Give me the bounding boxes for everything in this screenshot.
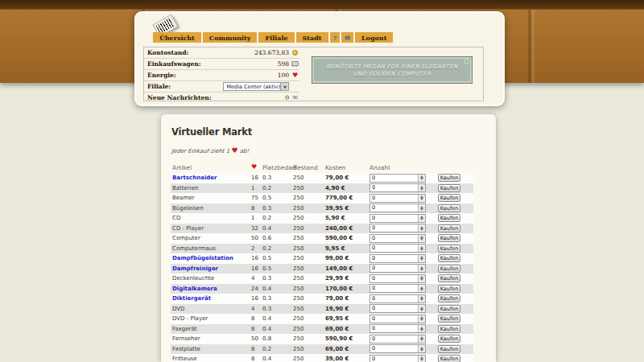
quantity-input[interactable]: 0 [369, 284, 426, 293]
item-link[interactable]: Dampfreiniger [172, 265, 218, 272]
table-row: Festplatte80.225069,00 €0Kaufen [171, 344, 473, 355]
quantity-stepper[interactable] [418, 325, 425, 332]
quantity-stepper[interactable] [418, 195, 425, 202]
quantity-input[interactable]: 0 [369, 204, 426, 212]
item-name: CD [171, 215, 251, 221]
item-name[interactable]: Dampfbügelstation [171, 255, 251, 261]
quantity-input[interactable]: 0 [369, 324, 426, 333]
nav-item-filiale[interactable]: Filiale [258, 32, 294, 43]
item-name[interactable]: Dampfreiniger [171, 265, 251, 272]
quantity-stepper[interactable] [418, 215, 425, 222]
kaufen-button[interactable]: Kaufen [438, 315, 460, 323]
item-link[interactable]: Dampfbügelstation [172, 255, 233, 261]
kaufen-button[interactable]: Kaufen [438, 254, 460, 262]
quantity-stepper[interactable] [418, 335, 425, 343]
quantity-stepper[interactable] [418, 235, 425, 242]
quantity-input[interactable]: 0 [369, 315, 426, 323]
quantity-input[interactable]: 0 [369, 214, 426, 223]
quantity-stepper[interactable] [418, 184, 425, 191]
table-row: Beamer750.5250779,00 €0Kaufen [171, 193, 473, 204]
stat-row: Neue Nachrichten:0✉ [144, 93, 299, 103]
item-name: Deckenleuchte [171, 275, 251, 282]
quantity-stepper[interactable] [418, 275, 425, 282]
item-name: Bügeleisen [171, 205, 251, 212]
quantity-stepper[interactable] [418, 255, 425, 262]
quantity-input[interactable]: 0 [369, 344, 426, 353]
filiale-select[interactable]: Media Center (aktiv) [223, 82, 289, 91]
quantity-stepper[interactable] [418, 285, 425, 292]
nav-item-logout[interactable]: Logout [355, 32, 393, 43]
kaufen-button[interactable]: Kaufen [438, 184, 460, 192]
kaufen-button[interactable]: Kaufen [438, 335, 460, 343]
item-name: DVD - Player [171, 315, 251, 322]
quantity-stepper[interactable] [418, 315, 425, 323]
quantity-input[interactable]: 0 [369, 224, 426, 232]
item-name[interactable]: Digitalkamera [171, 286, 251, 292]
quantity-input[interactable]: 0 [369, 355, 426, 362]
nav-tab-help-icon[interactable]: ? [330, 32, 341, 43]
kaufen-button[interactable]: Kaufen [438, 245, 460, 253]
stat-row: Energie:100♥ [144, 70, 299, 81]
quantity-input[interactable]: 0 [369, 244, 426, 253]
main-nav: ÜbersichtCommunityFilialeStadt?✉Logout [153, 32, 393, 43]
quantity-input[interactable]: 0 [369, 183, 426, 192]
kaufen-button[interactable]: Kaufen [438, 294, 460, 302]
chevron-down-icon[interactable] [280, 83, 288, 90]
ad-banner-line2: UND SOLIDEN COMPUTER [312, 71, 472, 78]
quantity-stepper[interactable] [418, 305, 425, 312]
item-name: Fernseher [171, 335, 251, 342]
quantity-value: 0 [370, 215, 418, 222]
nav-item-community[interactable]: Community [203, 32, 258, 43]
quantity-input[interactable]: 0 [369, 194, 426, 203]
ad-banner[interactable]: BENÖTIGTE MEGAN FOX EINEN ELEGANTEN UND … [312, 56, 473, 84]
kaufen-button[interactable]: Kaufen [438, 355, 460, 362]
quantity-stepper[interactable] [418, 345, 425, 352]
quantity-input[interactable]: 0 [369, 274, 426, 283]
item-name[interactable]: Bartschneider [171, 175, 251, 181]
item-kosten: 779,00 € [325, 195, 369, 201]
quantity-stepper[interactable] [418, 265, 425, 272]
kaufen-button[interactable]: Kaufen [438, 265, 460, 273]
kaufen-button[interactable]: Kaufen [438, 174, 460, 182]
item-name[interactable]: Diktiergerät [171, 295, 251, 302]
quantity-stepper[interactable] [418, 356, 425, 362]
buy-cell: Kaufen [438, 254, 473, 262]
item-link[interactable]: Bartschneider [172, 175, 217, 181]
kaufen-button[interactable]: Kaufen [438, 234, 460, 242]
kaufen-button[interactable]: Kaufen [438, 204, 460, 212]
quantity-input[interactable]: 0 [369, 304, 426, 313]
nav-item-übersicht[interactable]: Übersicht [153, 32, 201, 43]
header-artikel: Artikel [171, 164, 251, 171]
quantity-input[interactable]: 0 [369, 234, 426, 243]
nav-item-stadt[interactable]: Stadt [296, 32, 328, 43]
table-row: Bügeleisen80.325039,95 €0Kaufen [171, 204, 473, 214]
quantity-value: 0 [370, 305, 418, 312]
quantity-input[interactable]: 0 [369, 294, 426, 303]
item-hearts: 16 [251, 255, 262, 261]
kaufen-button[interactable]: Kaufen [438, 194, 460, 202]
item-link[interactable]: Diktiergerät [172, 295, 211, 302]
kaufen-button[interactable]: Kaufen [438, 214, 460, 222]
kaufen-button[interactable]: Kaufen [438, 224, 460, 232]
quantity-stepper[interactable] [418, 204, 425, 212]
quantity-input[interactable]: 0 [369, 254, 426, 263]
item-bestand: 250 [293, 275, 325, 282]
nav-tab-mail-icon[interactable]: ✉ [341, 32, 353, 43]
quantity-stepper[interactable] [418, 224, 425, 232]
quantity-value: 0 [370, 235, 418, 242]
kaufen-button[interactable]: Kaufen [438, 325, 460, 333]
item-platzbedarf: 0.2 [262, 215, 293, 221]
quantity-input[interactable]: 0 [369, 174, 426, 183]
kaufen-button[interactable]: Kaufen [438, 345, 460, 353]
quantity-input[interactable]: 0 [369, 264, 426, 273]
kaufen-button[interactable]: Kaufen [438, 274, 460, 282]
banner-zoom-icon[interactable] [464, 59, 469, 64]
quantity-stepper[interactable] [418, 295, 425, 302]
kaufen-button[interactable]: Kaufen [438, 305, 460, 313]
quantity-stepper[interactable] [418, 245, 425, 252]
quantity-stepper[interactable] [418, 175, 425, 182]
quantity-input[interactable]: 0 [369, 335, 426, 343]
table-row: Computermaus20.22509,95 €0Kaufen [171, 244, 473, 254]
kaufen-button[interactable]: Kaufen [438, 285, 460, 293]
item-link[interactable]: Digitalkamera [172, 286, 217, 292]
